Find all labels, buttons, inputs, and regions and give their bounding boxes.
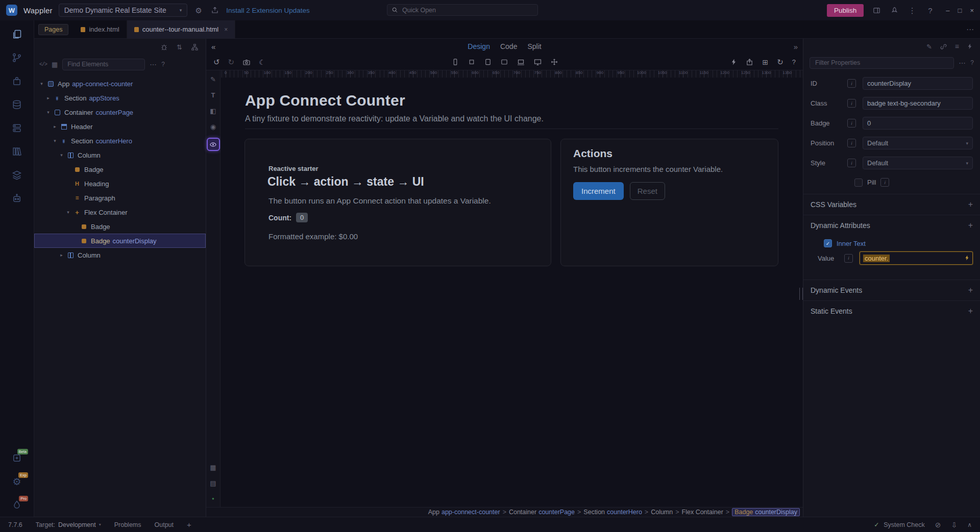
tab-index-html[interactable]: index.html xyxy=(74,20,127,38)
find-elements-input[interactable] xyxy=(66,60,141,68)
add-panel-icon[interactable]: + xyxy=(187,521,191,528)
expand-up-icon[interactable]: ∧ xyxy=(967,522,972,528)
find-elements-search[interactable] xyxy=(62,59,145,70)
pro-feature-icon[interactable]: Pro xyxy=(10,498,23,512)
tree-node-column[interactable]: ▾Column xyxy=(34,148,206,162)
data-grid-icon[interactable]: ▦ xyxy=(52,61,58,68)
code-view-icon[interactable]: </> xyxy=(39,62,47,67)
device-tablet-icon[interactable] xyxy=(484,58,492,66)
inspect-tool-icon[interactable]: ◧ xyxy=(209,106,218,115)
export-share-icon[interactable] xyxy=(746,58,753,66)
breadcrumb-item-flex-container[interactable]: Flex Container xyxy=(682,509,723,516)
tab-counter-tour-manual-html[interactable]: counter--tour-manual.html × xyxy=(127,20,236,38)
tree-node-paragraph[interactable]: Paragraph xyxy=(34,191,206,205)
info-icon[interactable]: i xyxy=(847,79,856,88)
collapse-icon[interactable]: ▾ xyxy=(65,210,71,215)
ai-robot-icon[interactable] xyxy=(10,192,23,205)
publish-button[interactable]: Publish xyxy=(827,4,864,17)
breadcrumb-item-column[interactable]: Column xyxy=(651,509,673,516)
rocket-icon[interactable] xyxy=(889,5,899,15)
section-dynamic-attributes[interactable]: Dynamic Attributes + xyxy=(803,215,980,236)
collapse-icon[interactable]: ▾ xyxy=(38,81,45,86)
pages-dropdown[interactable]: Pages xyxy=(38,24,68,35)
help-icon[interactable]: ? xyxy=(925,5,935,15)
problems-button[interactable]: Problems xyxy=(114,521,141,528)
expand-icon[interactable]: ▸ xyxy=(58,252,65,258)
mode-design[interactable]: Design xyxy=(468,42,490,50)
info-icon[interactable]: i xyxy=(847,119,856,128)
grid-overlay-icon[interactable]: ▦ xyxy=(209,463,218,472)
settings-gear-icon[interactable]: ⚙ xyxy=(193,5,204,15)
refresh-icon[interactable]: ↻ xyxy=(777,58,783,66)
add-dynamic-attribute-icon[interactable]: + xyxy=(968,221,973,230)
section-static-events[interactable]: Static Events + xyxy=(803,300,980,321)
deploy-icon[interactable] xyxy=(210,5,220,15)
tree-node-appstores[interactable]: ▸SectionappStores xyxy=(34,91,206,105)
breadcrumb-item-counterdisplay[interactable]: BadgecounterDisplay xyxy=(732,508,800,516)
tree-node-counterpage[interactable]: ▾ContainercounterPage xyxy=(34,105,206,119)
clear-icon[interactable]: ⊘ xyxy=(935,521,941,528)
git-branch-icon[interactable] xyxy=(10,51,23,64)
collapse-icon[interactable]: ▾ xyxy=(45,110,52,115)
extensions-puzzle-icon[interactable] xyxy=(10,74,23,88)
highlight-tool-icon[interactable]: ◉ xyxy=(209,122,218,131)
inner-text-checkbox[interactable]: ✓ xyxy=(824,239,832,247)
device-phone-icon[interactable] xyxy=(451,58,459,66)
layout-panels-icon[interactable] xyxy=(871,5,881,15)
canvas-help-icon[interactable]: ? xyxy=(792,59,796,65)
properties-more-icon[interactable]: ⋯ xyxy=(959,59,966,66)
info-icon[interactable]: i xyxy=(847,159,856,167)
add-static-event-icon[interactable]: + xyxy=(968,307,973,316)
tree-node-column[interactable]: ▸Column xyxy=(34,248,206,262)
undo-icon[interactable]: ↺ xyxy=(213,58,220,66)
pages-panel-icon[interactable] xyxy=(10,28,23,41)
grid-view-icon[interactable]: ⊞ xyxy=(762,59,768,66)
hierarchy-icon[interactable] xyxy=(191,43,199,51)
debug-icon[interactable] xyxy=(160,43,168,51)
list-icon[interactable]: ≡ xyxy=(955,43,959,50)
quick-open-input[interactable] xyxy=(401,6,533,14)
server-stack-icon[interactable] xyxy=(10,121,23,135)
panel-more-icon[interactable]: ⋯ xyxy=(150,61,157,68)
rows-overlay-icon[interactable]: ▤ xyxy=(209,478,218,488)
dark-mode-moon-icon[interactable]: ☾ xyxy=(259,59,265,66)
dynamic-value-input[interactable]: counter. xyxy=(860,251,973,265)
device-tablet-landscape-icon[interactable] xyxy=(500,58,508,66)
window-minimize-button[interactable]: – xyxy=(946,7,949,14)
window-maximize-button[interactable]: □ xyxy=(958,7,962,14)
info-icon[interactable]: i xyxy=(844,254,853,263)
tree-node-counterhero[interactable]: ▾SectioncounterHero xyxy=(34,134,206,148)
properties-help-icon[interactable]: ? xyxy=(970,60,974,66)
tree-node-heading[interactable]: Heading xyxy=(34,176,206,191)
expand-icon[interactable]: ▸ xyxy=(45,95,52,100)
mode-split[interactable]: Split xyxy=(527,42,541,50)
breadcrumb-item-app-connect-counter[interactable]: Appapp-connect-counter xyxy=(428,509,500,516)
menu-kebab-icon[interactable]: ⋮ xyxy=(907,5,917,15)
panel-resize-handle[interactable] xyxy=(799,288,803,300)
dynamic-data-bolt-icon[interactable] xyxy=(730,59,737,65)
beta-feature-icon[interactable]: Beta xyxy=(10,451,23,465)
tree-node-badge[interactable]: Badge xyxy=(34,162,206,176)
info-icon[interactable]: i xyxy=(880,178,889,187)
project-selector[interactable]: Demo Dynamic Real Estate Site ▾ xyxy=(59,4,188,17)
style-select[interactable]: Default▾ xyxy=(863,157,973,169)
binding-bolt-icon[interactable] xyxy=(964,255,970,261)
pill-checkbox[interactable] xyxy=(854,179,863,187)
mode-code[interactable]: Code xyxy=(500,42,517,50)
increment-button[interactable]: Increment xyxy=(573,182,624,200)
output-button[interactable]: Output xyxy=(155,521,174,528)
quick-open-search[interactable] xyxy=(387,4,538,16)
breadcrumb-item-counterpage[interactable]: ContainercounterPage xyxy=(509,509,575,516)
sort-icon[interactable]: ⇅ xyxy=(177,44,182,50)
expand-right-icon[interactable]: » xyxy=(794,43,798,50)
library-icon[interactable] xyxy=(10,145,23,158)
add-css-variable-icon[interactable]: + xyxy=(968,200,973,209)
filter-properties-search[interactable] xyxy=(810,57,954,69)
info-icon[interactable]: i xyxy=(847,99,856,108)
info-icon[interactable]: i xyxy=(847,139,856,147)
experimental-gear-icon[interactable]: ⚙ Exp xyxy=(10,475,23,488)
system-check-status[interactable]: ✓ System Check xyxy=(874,521,925,528)
section-dynamic-events[interactable]: Dynamic Events + xyxy=(803,280,980,300)
reset-button[interactable]: Reset xyxy=(630,182,665,200)
screenshot-camera-icon[interactable] xyxy=(242,58,251,66)
